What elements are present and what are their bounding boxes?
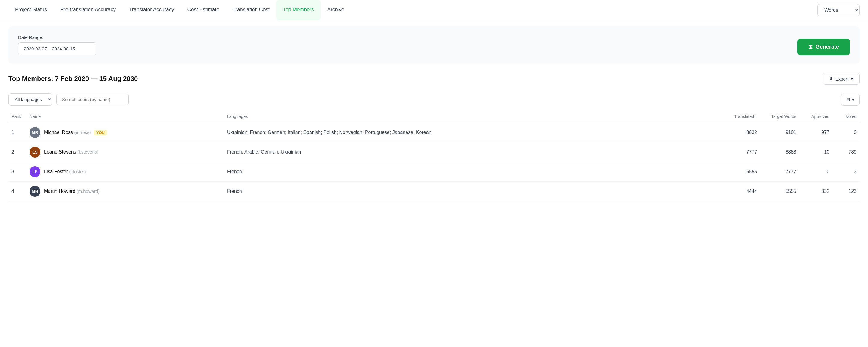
table-row: 4 MH Martin Howard (m.howard) French 444…	[8, 182, 860, 201]
columns-button[interactable]: ⊞ ▾	[841, 93, 860, 106]
languages-cell: Ukrainian; French; German; Italian; Span…	[224, 123, 721, 142]
name-cell: LS Leane Stevens (l.stevens)	[27, 142, 224, 162]
user-name: Lisa Foster (l.foster)	[44, 169, 86, 174]
avatar: LF	[30, 166, 40, 177]
rank-cell: 3	[8, 162, 27, 182]
nav-item-translator-accuracy[interactable]: Translator Accuracy	[122, 0, 181, 20]
voted-cell: 789	[832, 142, 860, 162]
translated-cell: 5555	[721, 162, 760, 182]
export-chevron-icon: ▾	[851, 76, 853, 82]
voted-cell: 0	[832, 123, 860, 142]
members-table: Rank Name Languages Translated ↑ Target …	[8, 110, 860, 201]
hourglass-icon: ⧗	[808, 44, 812, 50]
name-cell: MH Martin Howard (m.howard)	[27, 182, 224, 201]
rank-cell: 4	[8, 182, 27, 201]
section-header: Top Members: 7 Feb 2020 — 15 Aug 2030 ⬇ …	[0, 70, 868, 90]
col-voted[interactable]: Voted	[832, 110, 860, 123]
nav-item-top-members[interactable]: Top Members	[276, 0, 321, 20]
you-badge: YOU	[94, 130, 107, 136]
table-body: 1 MR Michael Ross (m.ross) YOU Ukrainian…	[8, 123, 860, 201]
translated-cell: 7777	[721, 142, 760, 162]
name-cell: LF Lisa Foster (l.foster)	[27, 162, 224, 182]
avatar: MH	[30, 186, 40, 197]
columns-icon: ⊞	[846, 97, 850, 102]
columns-chevron-icon: ▾	[852, 97, 855, 102]
date-range-input[interactable]	[18, 42, 96, 55]
target-words-cell: 9101	[760, 123, 799, 142]
col-name: Name	[27, 110, 224, 123]
name-cell: MR Michael Ross (m.ross) YOU	[27, 123, 224, 142]
user-name: Martin Howard (m.howard)	[44, 189, 99, 194]
languages-cell: French	[224, 182, 721, 201]
rank-cell: 1	[8, 123, 27, 142]
export-label: Export	[835, 76, 848, 82]
col-translated[interactable]: Translated ↑	[721, 110, 760, 123]
words-select[interactable]: WordsCharacters	[817, 4, 860, 16]
nav-item-translation-cost[interactable]: Translation Cost	[226, 0, 276, 20]
col-languages: Languages	[224, 110, 721, 123]
col-approved[interactable]: Approved	[799, 110, 832, 123]
table-head: Rank Name Languages Translated ↑ Target …	[8, 110, 860, 123]
user-name: Leane Stevens (l.stevens)	[44, 149, 98, 155]
table-toolbar: All languages ⊞ ▾	[0, 90, 868, 110]
approved-cell: 977	[799, 123, 832, 142]
translated-cell: 8832	[721, 123, 760, 142]
user-name: Michael Ross (m.ross) YOU	[44, 130, 107, 135]
date-range-label: Date Range:	[18, 35, 96, 40]
filter-panel: Date Range: ⧗ Generate	[8, 26, 860, 64]
generate-label: Generate	[815, 44, 839, 50]
search-input[interactable]	[56, 93, 129, 105]
approved-cell: 0	[799, 162, 832, 182]
approved-cell: 332	[799, 182, 832, 201]
languages-cell: French	[224, 162, 721, 182]
nav-item-project-status[interactable]: Project Status	[8, 0, 54, 20]
languages-cell: French; Arabic; German; Ukrainian	[224, 142, 721, 162]
voted-cell: 123	[832, 182, 860, 201]
table-row: 3 LF Lisa Foster (l.foster) French 5555 …	[8, 162, 860, 182]
table-row: 2 LS Leane Stevens (l.stevens) French; A…	[8, 142, 860, 162]
table-wrap: Rank Name Languages Translated ↑ Target …	[0, 110, 868, 201]
nav-bar: Project StatusPre-translation AccuracyTr…	[0, 0, 868, 20]
nav-item-pre-translation-accuracy[interactable]: Pre-translation Accuracy	[54, 0, 122, 20]
language-select[interactable]: All languages	[8, 93, 52, 106]
generate-button[interactable]: ⧗ Generate	[798, 39, 850, 55]
export-button[interactable]: ⬇ Export ▾	[823, 73, 860, 85]
sort-arrow-icon: ↑	[755, 114, 757, 119]
voted-cell: 3	[832, 162, 860, 182]
translated-cell: 4444	[721, 182, 760, 201]
nav-item-archive[interactable]: Archive	[321, 0, 351, 20]
translated-label: Translated	[734, 114, 754, 119]
rank-cell: 2	[8, 142, 27, 162]
avatar: MR	[30, 127, 40, 138]
table-row: 1 MR Michael Ross (m.ross) YOU Ukrainian…	[8, 123, 860, 142]
target-words-cell: 7777	[760, 162, 799, 182]
download-icon: ⬇	[829, 76, 833, 82]
nav-item-cost-estimate[interactable]: Cost Estimate	[181, 0, 226, 20]
target-words-cell: 8888	[760, 142, 799, 162]
avatar: LS	[30, 147, 40, 157]
header-row: Rank Name Languages Translated ↑ Target …	[8, 110, 860, 123]
target-words-cell: 5555	[760, 182, 799, 201]
col-target-words[interactable]: Target Words	[760, 110, 799, 123]
approved-cell: 10	[799, 142, 832, 162]
date-range-group: Date Range:	[18, 35, 96, 55]
section-title: Top Members: 7 Feb 2020 — 15 Aug 2030	[8, 75, 138, 83]
col-rank: Rank	[8, 110, 27, 123]
